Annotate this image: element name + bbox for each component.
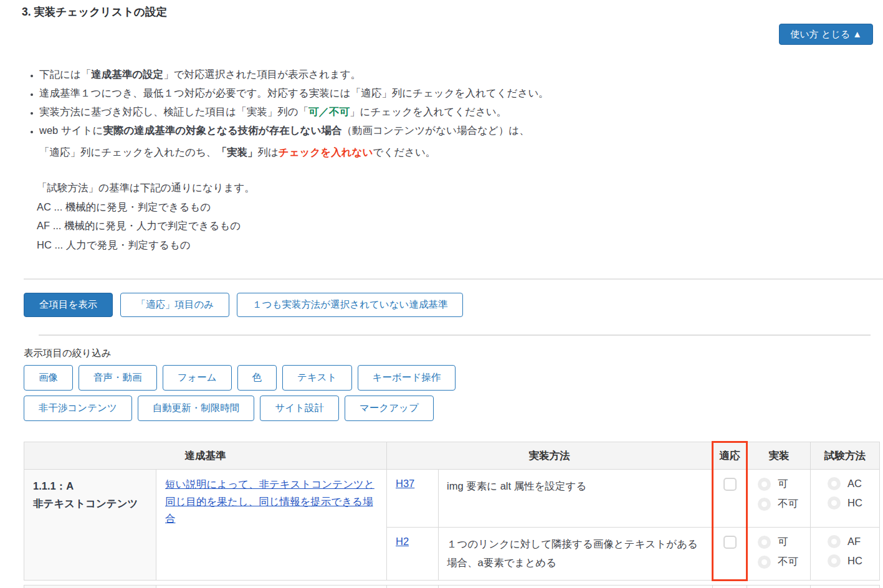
instruction-text-green: 可／不可 (308, 106, 350, 117)
method-description (439, 586, 713, 588)
impl-ng-label: 不可 (778, 555, 798, 569)
test-method-ac: AC ... 機械的に発見・判定できるもの (37, 197, 255, 217)
instruction-text: web サイトに (39, 125, 103, 136)
category-keyboard-button[interactable]: キーボード操作 (358, 365, 456, 391)
category-auto-update-button[interactable]: 自動更新・制限時間 (138, 396, 255, 421)
test-method-radio-1[interactable] (828, 535, 841, 548)
table-header-row: 達成基準 実装方法 適応 実装 試験方法 (24, 442, 880, 470)
category-form-button[interactable]: フォーム (163, 365, 232, 391)
test-cell: AF HC (811, 528, 880, 581)
adapt-checkbox[interactable] (723, 536, 737, 549)
category-color-button[interactable]: 色 (237, 365, 277, 391)
adapt-cell (713, 470, 747, 528)
table-row: 1.1.1：A 非テキストコンテンツ 短い説明によって、非テキストコンテンツと同… (24, 470, 880, 528)
category-filter-label: 表示項目の絞り込み (24, 347, 112, 360)
instruction-text-bold: 「実装」 (216, 146, 257, 158)
category-filter-row-1: 画像 音声・動画 フォーム 色 テキスト キーボード操作 (24, 365, 456, 391)
impl-ng-label: 不可 (778, 497, 798, 511)
adapted-only-button[interactable]: 「適応」項目のみ (120, 293, 229, 317)
impl-ng-radio[interactable] (758, 556, 771, 569)
instruction-text-bold: 実際の達成基準の対象となる技術が存在しない場合 (103, 125, 341, 136)
impl-ok-label: 可 (778, 477, 788, 491)
method-description: １つのリンクに対して隣接する画像とテキストがある場合、a要素でまとめる (439, 528, 713, 581)
page: 3. 実装チェックリストの設定 使い方 とじる ▲ 下記には「達成基準の設定」で… (0, 0, 883, 588)
category-audio-video-button[interactable]: 音声・動画 (79, 365, 157, 391)
category-non-interference-button[interactable]: 非干渉コンテンツ (24, 396, 132, 421)
instruction-item-3: 実装方法に基づき対応し、検証した項目は「実装」列の「可／不可」にチェックを入れて… (39, 102, 549, 121)
header-adapt-highlighted: 適応 (713, 442, 747, 470)
criterion-cell (24, 586, 156, 588)
divider-top (24, 278, 883, 280)
category-markup-button[interactable]: マークアップ (345, 396, 434, 421)
test-method-radio-2[interactable] (828, 554, 841, 567)
criterion-cell: 1.1.1：A 非テキストコンテンツ (24, 470, 156, 581)
method-code-link[interactable]: H37 (396, 478, 414, 489)
category-filter-row-2: 非干渉コンテンツ 自動更新・制限時間 サイト設計 マークアップ (24, 396, 434, 421)
criterion-name: 非テキストコンテンツ (33, 495, 147, 512)
test-method-intro: 「試験方法」の基準は下記の通りになります。 (37, 178, 255, 197)
table-row (24, 586, 880, 588)
impl-ok-label: 可 (778, 535, 788, 549)
instruction-text: 達成基準１つにつき、最低１つ対応が必要です。対応する実装には「適応」列にチェック… (39, 87, 549, 98)
header-method: 実装方法 (387, 442, 713, 470)
test-method-label-2: HC (847, 497, 862, 509)
instruction-item-2: 達成基準１つにつき、最低１つ対応が必要です。対応する実装には「適応」列にチェック… (39, 83, 549, 102)
method-description: img 要素に alt 属性を設定する (439, 470, 713, 528)
instruction-text: 「適応」列にチェックを入れたのち、 (39, 146, 216, 158)
instruction-text: 下記には「 (39, 69, 91, 80)
test-method-note: 「試験方法」の基準は下記の通りになります。 AC ... 機械的に発見・判定でき… (37, 178, 255, 254)
instruction-text: （動画コンテンツがない場合など）は、 (341, 125, 529, 136)
header-criterion: 達成基準 (24, 442, 387, 470)
impl-ok-radio[interactable] (758, 536, 771, 549)
test-method-label-1: AC (847, 478, 862, 490)
test-method-label-2: HC (847, 555, 862, 567)
instruction-text: でください。 (373, 146, 436, 158)
instruction-text-bold: 達成基準の設定 (91, 69, 163, 80)
test-method-hc: HC ... 人力で発見・判定するもの (37, 235, 255, 255)
test-method-radio-1[interactable] (828, 477, 841, 490)
page-title: 3. 実装チェックリストの設定 (22, 4, 167, 19)
impl-cell: 可 不可 (747, 470, 811, 528)
category-site-design-button[interactable]: サイト設計 (260, 396, 339, 421)
impl-cell: 可 不可 (747, 528, 811, 581)
unselected-criteria-button[interactable]: １つも実装方法が選択されていない達成基準 (237, 293, 463, 317)
display-filter-row: 全項目を表示 「適応」項目のみ １つも実装方法が選択されていない達成基準 (24, 293, 463, 317)
category-text-button[interactable]: テキスト (282, 365, 351, 391)
adapt-cell (713, 528, 747, 581)
header-impl: 実装 (747, 442, 811, 470)
criterion-link-cell: 短い説明によって、非テキストコンテンツと同じ目的を果たし、同じ情報を提示できる場… (156, 470, 387, 581)
criterion-link-cell (156, 586, 387, 588)
instruction-text: 列は (257, 146, 278, 158)
criterion-link[interactable]: 短い説明によって、非テキストコンテンツと同じ目的を果たし、同じ情報を提示できる場… (165, 478, 375, 524)
criterion-id: 1.1.1：A (33, 477, 147, 495)
header-test: 試験方法 (811, 442, 880, 470)
instruction-text-red: チェックを入れない (279, 146, 373, 158)
method-code-cell (387, 586, 439, 588)
method-code-cell: H2 (387, 528, 439, 581)
checklist-table-next-group (24, 585, 880, 588)
test-method-radio-2[interactable] (828, 496, 841, 510)
adapt-cell (713, 586, 747, 588)
instruction-text: 」にチェックを入れてください。 (350, 106, 507, 117)
adapt-checkbox[interactable] (723, 478, 737, 491)
test-cell: AC HC (811, 470, 880, 528)
instruction-text: 」で対応選択された項目が表示されます。 (163, 69, 361, 80)
test-method-af: AF ... 機械的に発見・人力で判定できるもの (37, 216, 255, 235)
show-all-button[interactable]: 全項目を表示 (24, 293, 113, 317)
impl-ng-radio[interactable] (758, 498, 771, 511)
method-code-link[interactable]: H2 (396, 536, 409, 547)
test-cell (811, 586, 880, 588)
divider-filter (39, 334, 871, 336)
instruction-list: 下記には「達成基準の設定」で対応選択された項目が表示されます。 達成基準１つにつ… (25, 65, 549, 161)
usage-toggle-button[interactable]: 使い方 とじる ▲ (779, 24, 873, 45)
category-image-button[interactable]: 画像 (24, 365, 73, 391)
checklist-table-area: 達成基準 実装方法 適応 実装 試験方法 1.1.1：A 非テキストコンテンツ … (24, 441, 879, 588)
impl-ok-radio[interactable] (758, 478, 771, 491)
impl-cell (747, 586, 811, 588)
checklist-table: 達成基準 実装方法 適応 実装 試験方法 1.1.1：A 非テキストコンテンツ … (24, 441, 880, 581)
instruction-item-1: 下記には「達成基準の設定」で対応選択された項目が表示されます。 (39, 65, 549, 83)
instruction-item-4: web サイトに実際の達成基準の対象となる技術が存在しない場合（動画コンテンツが… (39, 121, 549, 161)
method-code-cell: H37 (387, 470, 439, 528)
instruction-text: 実装方法に基づき対応し、検証した項目は「実装」列の「 (39, 106, 308, 117)
test-method-label-1: AF (847, 536, 861, 548)
